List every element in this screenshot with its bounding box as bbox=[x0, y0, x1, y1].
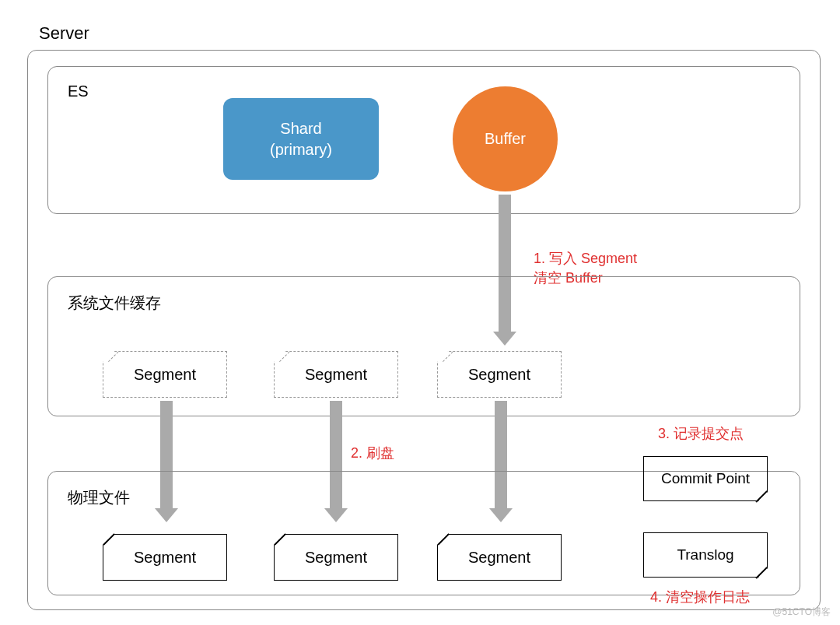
es-box: ES Shard (primary) Buffer bbox=[47, 66, 800, 214]
note-3: 3. 记录提交点 bbox=[658, 424, 744, 444]
commit-point: Commit Point bbox=[643, 456, 768, 501]
es-label: ES bbox=[68, 83, 89, 100]
cache-box: 系统文件缓存 Segment Segment Segment bbox=[47, 276, 800, 416]
server-title: Server bbox=[39, 23, 824, 44]
phys-segment-1: Segment bbox=[103, 534, 227, 581]
cache-segment-3: Segment bbox=[437, 351, 562, 398]
shard-node: Shard (primary) bbox=[223, 98, 379, 180]
shard-line1: Shard bbox=[280, 118, 321, 139]
note-4: 4. 清空操作日志 bbox=[650, 588, 750, 607]
watermark: @51CTO博客 bbox=[772, 606, 831, 619]
cache-segment-2: Segment bbox=[274, 351, 398, 398]
phys-segment-2: Segment bbox=[274, 534, 398, 581]
shard-line2: (primary) bbox=[270, 139, 332, 160]
server-container: ES Shard (primary) Buffer 1. 写入 Segment … bbox=[27, 50, 821, 610]
note-2: 2. 刷盘 bbox=[351, 444, 394, 463]
phys-box: 物理文件 Segment Segment Segment Commit Poin… bbox=[47, 471, 800, 595]
cache-label: 系统文件缓存 bbox=[68, 293, 161, 314]
phys-segment-3: Segment bbox=[437, 534, 562, 581]
translog: Translog bbox=[643, 532, 768, 578]
cache-segment-1: Segment bbox=[103, 351, 227, 398]
buffer-node: Buffer bbox=[453, 86, 558, 191]
phys-label: 物理文件 bbox=[68, 487, 130, 508]
